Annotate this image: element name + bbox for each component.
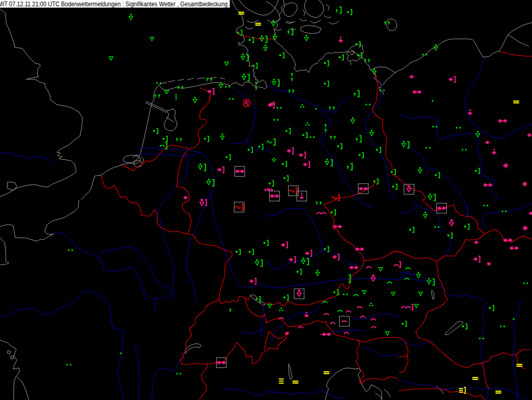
svg-text:MIT 07.12.11 21:00 UTC Bodenw: MIT 07.12.11 21:00 UTC Bodenwettermeldun… <box>0 1 228 8</box>
